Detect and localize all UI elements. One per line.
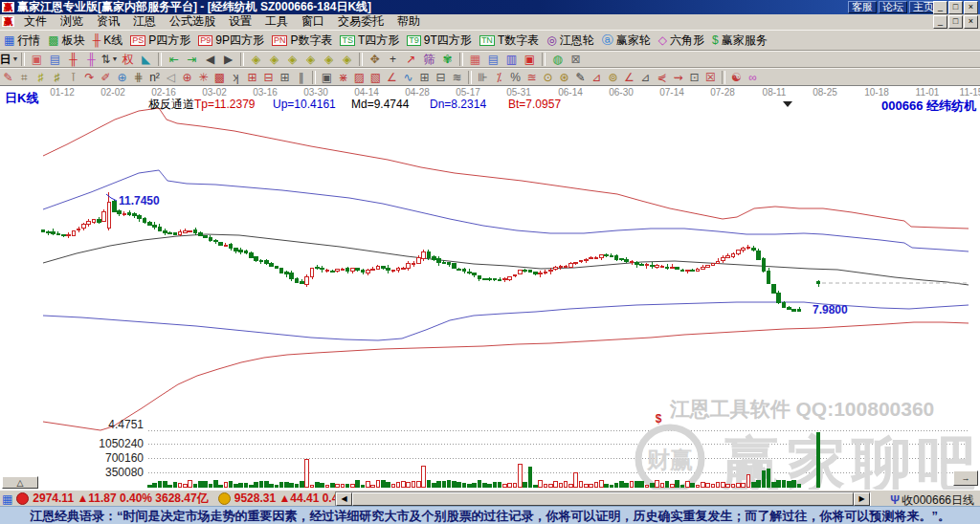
percent-slash-icon[interactable]: ⁒ [491, 70, 507, 84]
gann-grid-down-icon[interactable]: ♯ [49, 70, 65, 84]
shenzhen-index-icon[interactable] [218, 492, 231, 505]
prev-bar-icon[interactable]: ◀ [201, 53, 219, 67]
angle-pen-icon[interactable]: ✐ [98, 70, 114, 84]
parallel-lines-icon[interactable]: ≋ [449, 70, 465, 84]
grid-dense-icon[interactable]: ⊞ [416, 70, 433, 84]
trendline-tool-icon[interactable]: ↗ [402, 53, 420, 67]
candle-style-icon[interactable]: ⇅▼ [100, 53, 119, 67]
toolbar-sectors[interactable]: ▩板块 [44, 32, 88, 49]
first-page-icon[interactable]: ⇤ [165, 53, 183, 67]
zoom-out-icon[interactable]: ◈ [265, 53, 283, 67]
grid-page-icon[interactable]: ⊟ [433, 70, 449, 84]
menu-窗口[interactable]: 窗口 [295, 13, 331, 30]
toolbar-t-square[interactable]: TST四方形 [336, 32, 403, 49]
cross-box-icon[interactable]: ☒ [702, 70, 719, 84]
menu-资讯[interactable]: 资讯 [90, 13, 126, 30]
pyramid-icon[interactable]: ⊿ [589, 70, 605, 84]
wedge-icon[interactable]: ⊿ [637, 70, 654, 84]
circle-cross-icon[interactable]: ⊕ [114, 70, 130, 84]
kline-large-icon[interactable]: ╫ [82, 53, 100, 67]
next-bar-icon[interactable]: ▶ [219, 53, 237, 67]
percent-icon[interactable]: % [507, 70, 523, 84]
menu-浏览[interactable]: 浏览 [54, 13, 90, 30]
piano-lines-icon[interactable]: ⊪ [475, 70, 491, 84]
menu-交易委托[interactable]: 交易委托 [331, 13, 390, 30]
child-restore-button[interactable]: □ [948, 15, 963, 29]
draw-pen-icon[interactable]: ✎ [0, 70, 16, 84]
quotes-grid-icon[interactable]: ▦ [2, 492, 12, 506]
menu-江恩[interactable]: 江恩 [126, 13, 163, 30]
toolbar-winner-service[interactable]: $赢家服务 [708, 32, 771, 49]
period-day-button[interactable]: 日▼ [0, 53, 18, 67]
zoom-in-icon[interactable]: ◈ [283, 53, 301, 67]
smart-analysis-icon[interactable]: ✾ [438, 53, 457, 67]
compress-h-icon[interactable]: ◈ [301, 53, 320, 67]
expand-volume-button[interactable]: △ [2, 476, 38, 489]
time-cycle-grid-icon[interactable]: ⌗ [16, 70, 33, 84]
zoom-full-icon[interactable]: ◈ [247, 53, 265, 67]
shade-a-icon[interactable]: ▨ [351, 70, 368, 84]
red-grid-icon[interactable]: ⊞ [244, 70, 260, 84]
toolbar-9p-square[interactable]: P99P四方形 [194, 32, 268, 49]
net-update-icon[interactable]: ◍ [548, 53, 567, 67]
toolbar-winner-wheel[interactable]: ⓐ赢家轮 [598, 32, 655, 49]
k-mark-icon[interactable]: ʞ [228, 70, 244, 84]
toolbar-9t-square[interactable]: T99T四方形 [403, 32, 476, 49]
menu-帮助[interactable]: 帮助 [390, 13, 427, 30]
compress-v-icon[interactable]: ◈ [338, 53, 356, 67]
arc-tool-icon[interactable]: ↷ [81, 70, 98, 84]
menu-工具[interactable]: 工具 [258, 13, 295, 30]
close-button[interactable]: × [964, 1, 978, 14]
infinity-icon[interactable]: ∞ [745, 70, 761, 84]
boxed-icon[interactable]: ⊡ [686, 70, 702, 84]
child-close-button[interactable]: × [964, 15, 978, 29]
scrollbar-left-arrow-icon[interactable]: ◀ [336, 492, 352, 506]
multi-screen-icon[interactable]: ▣ [28, 53, 46, 67]
golden-circle-icon[interactable]: ⊚ [605, 70, 621, 84]
black-grid-icon[interactable]: ⊞ [277, 70, 293, 84]
column-divider-icon[interactable]: ∥ [293, 70, 309, 84]
toolbar-hexagon[interactable]: ◇六角形 [655, 32, 708, 49]
f10-info-icon[interactable]: ▤ [46, 53, 64, 67]
golden-section-icon[interactable]: ⊙ [540, 70, 556, 84]
menu-设置[interactable]: 设置 [222, 13, 258, 30]
move-tool-icon[interactable]: ⇝ [670, 70, 686, 84]
starburst-icon[interactable]: ✳ [195, 70, 212, 84]
rights-adjust-icon[interactable]: 权 [119, 53, 137, 67]
kline-chart[interactable]: 江恩工具软件 QQ:100800360赢家聊吧财赢01-1202-0202-16… [0, 86, 980, 491]
zigzag-icon[interactable]: ∿ [400, 70, 416, 84]
expand-v-icon[interactable]: ◈ [320, 53, 338, 67]
toolbar-t-number-table[interactable]: TNT数字表 [476, 32, 543, 49]
menu-文件[interactable]: 文件 [17, 13, 54, 30]
toolbar-p-square[interactable]: PSP四方形 [126, 32, 194, 49]
minimize-button[interactable]: _ [933, 1, 947, 14]
golden-pen-icon[interactable]: ✎ [572, 70, 589, 84]
title-link-1[interactable]: 论坛 [879, 1, 907, 13]
scrollbar-thumb[interactable] [352, 492, 854, 506]
send-to-pc-icon[interactable]: ⊠ [567, 53, 585, 67]
shade-b-icon[interactable]: ▧ [368, 70, 384, 84]
memo-icon[interactable]: ▥ [502, 53, 521, 67]
golden-spiral-icon[interactable]: ⊛ [556, 70, 572, 84]
calendar-icon[interactable]: ▦ [466, 53, 484, 67]
gann-circle-icon[interactable]: ⊕ [179, 70, 195, 84]
chart-area[interactable]: 江恩工具软件 QQ:100800360赢家聊吧财赢01-1202-0202-16… [0, 85, 980, 491]
kline-small-icon[interactable]: ╫ [64, 53, 82, 67]
indicator-flag-icon[interactable]: ◣ [137, 53, 155, 67]
crosshair-tool-icon[interactable]: + [384, 53, 402, 67]
hand-tool-icon[interactable]: ✥ [366, 53, 384, 67]
menu-公式选股[interactable]: 公式选股 [163, 13, 222, 30]
percent-lines-icon[interactable]: ≊ [523, 70, 540, 84]
fan-lines-icon[interactable]: ⋞ [654, 70, 670, 84]
gann-grid-up-icon[interactable]: ♯ [33, 70, 49, 84]
shanghai-index-quote[interactable]: 2974.11 ▲11.87 0.40% 3628.47亿 [33, 491, 208, 507]
child-minimize-button[interactable]: _ [933, 15, 947, 29]
horizontal-scrollbar[interactable]: ◀ ▶ [335, 491, 871, 507]
box-select-icon[interactable]: ▣ [319, 70, 335, 84]
shanghai-index-icon[interactable] [16, 492, 29, 505]
calculator-icon[interactable]: ▤ [484, 53, 502, 67]
price-ruler-icon[interactable]: ⊺ [65, 70, 81, 84]
save-icon[interactable]: ▣ [521, 53, 539, 67]
restore-button[interactable]: □ [948, 1, 963, 14]
angle-line-icon[interactable]: ∠ [384, 70, 400, 84]
